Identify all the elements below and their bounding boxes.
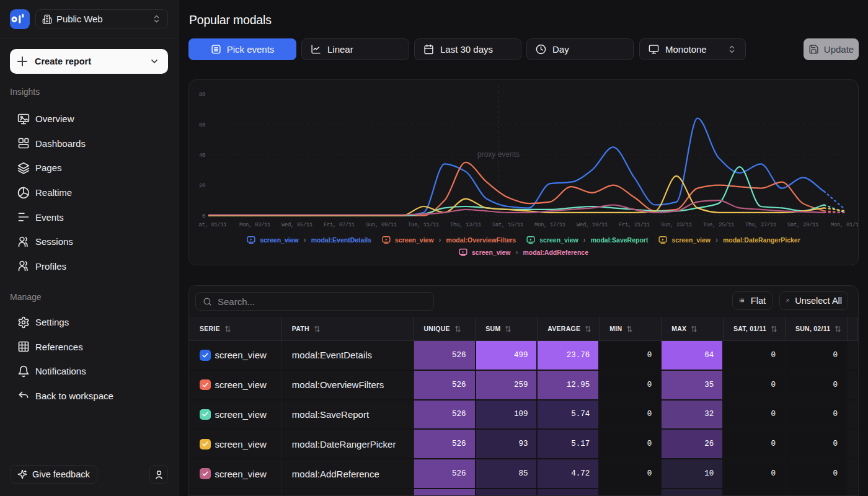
svg-text:Fri, 21/11: Fri, 21/11 [619,222,650,228]
svg-text:proxy events: proxy events [477,150,520,159]
svg-text:at, 01/11: at, 01/11 [198,222,226,228]
svg-text:Wed, 19/11: Wed, 19/11 [577,222,608,228]
svg-text:Fri, 07/11: Fri, 07/11 [324,222,355,228]
svg-text:Thu, 27/11: Thu, 27/11 [745,222,776,228]
svg-text:60: 60 [199,122,205,128]
svg-text:Wed, 05/11: Wed, 05/11 [281,222,312,228]
svg-text:Mon, 17/11: Mon, 17/11 [534,222,565,228]
svg-text:Sun, 23/11: Sun, 23/11 [661,222,692,228]
svg-text:0: 0 [202,213,205,219]
svg-text:80: 80 [199,92,205,98]
svg-text:Sat, 29/11: Sat, 29/11 [787,222,818,228]
svg-text:Mon, 03/11: Mon, 03/11 [239,222,270,228]
svg-text:Tue, 25/11: Tue, 25/11 [703,222,734,228]
svg-text:Sun, 09/11: Sun, 09/11 [366,222,397,228]
svg-text:Mon, 01/12: Mon, 01/12 [831,222,859,228]
svg-text:40: 40 [199,153,205,159]
svg-text:20: 20 [199,183,205,189]
svg-text:Tue, 11/11: Tue, 11/11 [408,222,439,228]
svg-text:Sat, 15/11: Sat, 15/11 [492,222,523,228]
svg-text:Thu, 13/11: Thu, 13/11 [450,222,481,228]
